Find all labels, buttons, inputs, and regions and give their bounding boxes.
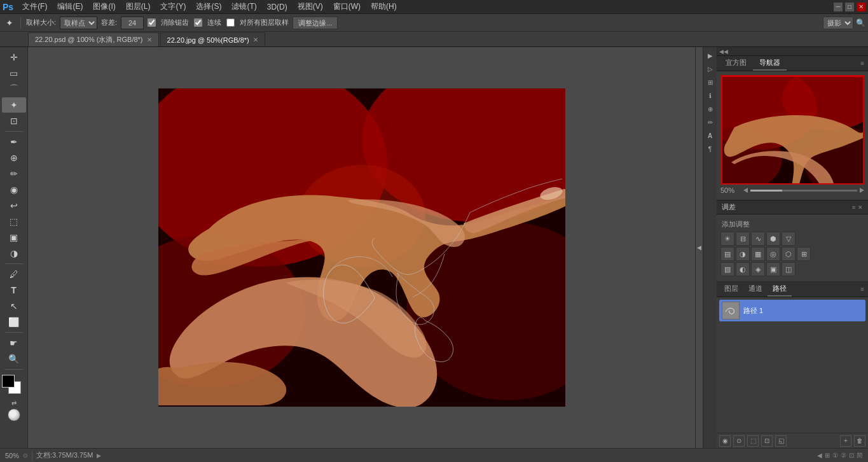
bottom-icon-1[interactable]: ① [832, 452, 838, 459]
path-item[interactable]: 路径 1 [719, 300, 865, 321]
adj-posterize-icon[interactable]: ◐ [736, 262, 750, 276]
move-tool-btn[interactable]: ✛ [2, 50, 26, 65]
tab-psd[interactable]: 22.20.psd @ 100% (水滴, RGB/8*) ✕ [28, 32, 159, 46]
path-stroke-btn[interactable]: ⊙ [733, 435, 745, 447]
adjustments-close-icon[interactable]: ✕ [858, 204, 863, 211]
zoom-triangle-left[interactable] [743, 188, 748, 193]
channels-tab[interactable]: 通道 [743, 282, 768, 297]
window-close-btn[interactable]: ✕ [857, 3, 865, 11]
adj-exposure-icon[interactable]: ⬢ [766, 232, 780, 246]
bottom-icon-lang[interactable]: 简 [857, 451, 863, 460]
adjustments-expand-icon[interactable]: ≡ [852, 204, 855, 211]
history-brush-btn[interactable]: ↩ [2, 198, 26, 213]
bottom-icon-2[interactable]: ② [841, 452, 846, 459]
menu-image[interactable]: 图像(I) [88, 0, 120, 13]
menu-window[interactable]: 窗口(W) [328, 0, 366, 13]
menu-file[interactable]: 文件(F) [17, 0, 52, 13]
status-expand-btn[interactable]: ▶ [97, 452, 101, 459]
adj-photofilter-icon[interactable]: ◎ [766, 247, 780, 261]
adjustments-header[interactable]: 调差 ≡ ✕ [717, 200, 868, 214]
menu-edit[interactable]: 编辑(E) [52, 0, 88, 13]
foreground-color-chip[interactable] [2, 375, 15, 388]
panel-icon-paragraph[interactable]: ¶ [705, 143, 716, 155]
histogram-tab[interactable]: 宜方图 [719, 56, 753, 71]
crop-tool-btn[interactable]: ⊡ [2, 113, 26, 129]
eraser-tool-btn[interactable]: ⬚ [2, 214, 26, 229]
stamp-tool-btn[interactable]: ◉ [2, 182, 26, 197]
panel-icon-grid[interactable]: ⊞ [705, 76, 716, 88]
adj-selectivecolor-icon[interactable]: ◫ [782, 262, 796, 276]
refine-edge-button[interactable]: 调整边缘... [293, 17, 338, 29]
magic-wand-icon[interactable]: ✦ [3, 16, 17, 30]
panel-icon-brush[interactable]: ✏ [705, 116, 716, 128]
status-zoom-icon[interactable]: ⊙ [23, 452, 28, 459]
adj-colorbalance-icon[interactable]: ◑ [736, 247, 750, 261]
panel-icon-play[interactable]: ▷ [705, 63, 716, 74]
adj-threshold-icon[interactable]: ◈ [751, 262, 765, 276]
tolerance-input[interactable] [121, 17, 144, 29]
contiguous-checkbox[interactable] [194, 18, 202, 27]
tab-jpg[interactable]: 22.20.jpg @ 50%(RGB/8*) ✕ [160, 32, 265, 46]
path-select-btn[interactable]: ↖ [2, 298, 26, 314]
workspace-search-icon[interactable]: 🔍 [856, 18, 865, 27]
panel-icon-text[interactable]: A [705, 130, 716, 141]
type-tool-btn[interactable]: T [2, 283, 26, 298]
dodge-tool-btn[interactable]: ◑ [2, 246, 26, 261]
adj-vibrance-icon[interactable]: ▽ [782, 232, 796, 246]
menu-text[interactable]: 文字(Y) [155, 0, 191, 13]
shape-tool-btn[interactable]: ⬜ [2, 314, 26, 330]
swap-colors-btn[interactable]: ⇄ [11, 400, 17, 407]
menu-filter[interactable]: 滤镜(T) [226, 0, 261, 13]
hand-tool-btn[interactable]: ☛ [2, 335, 26, 351]
pen-tool-btn[interactable]: 🖊 [2, 267, 26, 282]
eyedropper-tool-btn[interactable]: ✒ [2, 134, 26, 150]
marquee-tool-btn[interactable]: ▭ [2, 66, 26, 81]
adj-invert-icon[interactable]: ▧ [720, 262, 734, 276]
tab-jpg-close[interactable]: ✕ [253, 36, 258, 43]
quick-mask-btn[interactable] [8, 409, 20, 421]
menu-select[interactable]: 选择(S) [191, 0, 226, 13]
all-layers-checkbox[interactable] [226, 18, 235, 27]
quick-select-tool-btn[interactable]: ✦ [2, 97, 26, 113]
layers-panel-options-btn[interactable]: ≡ [859, 284, 865, 294]
zoom-slider[interactable] [750, 190, 857, 192]
adj-curves-icon[interactable]: ∿ [751, 232, 765, 246]
adj-hsl-icon[interactable]: ▤ [720, 247, 734, 261]
menu-3d[interactable]: 3D(D) [262, 1, 293, 13]
menu-view[interactable]: 视图(V) [293, 0, 328, 13]
panel-icon-3d[interactable]: ⊕ [705, 103, 716, 115]
add-mask-btn[interactable]: ◱ [775, 435, 787, 447]
zoom-tool-btn[interactable]: 🔍 [2, 351, 26, 367]
window-minimize-btn[interactable]: ─ [834, 3, 843, 11]
layers-tab[interactable]: 图层 [719, 282, 743, 297]
bottom-icon-grid[interactable]: ⊞ [825, 452, 830, 459]
bottom-icon-3[interactable]: ⊡ [849, 452, 854, 459]
adj-bw-icon[interactable]: ▦ [751, 247, 765, 261]
selection-to-path-btn[interactable]: ⊡ [761, 435, 773, 447]
adj-colorlookup-icon[interactable]: ⊞ [797, 247, 811, 261]
panel-icon-arrow[interactable]: ▶ [705, 50, 716, 61]
tab-psd-close[interactable]: ✕ [147, 36, 152, 43]
path-fill-btn[interactable]: ◉ [719, 435, 731, 447]
adj-levels-icon[interactable]: ⊟ [736, 232, 750, 246]
workspace-select[interactable]: 摄影 [823, 17, 853, 29]
panel-options-btn[interactable]: ≡ [859, 59, 865, 68]
adj-channelmix-icon[interactable]: ⬡ [782, 247, 796, 261]
panel-icon-info[interactable]: ℹ [705, 90, 716, 101]
brush-tool-btn[interactable]: ✏ [2, 166, 26, 181]
delete-path-btn[interactable]: 🗑 [854, 435, 865, 447]
adj-brightness-icon[interactable]: ☀ [720, 232, 734, 246]
panel-collapse-btn[interactable]: ◀ [695, 47, 703, 448]
menu-help[interactable]: 帮助(H) [366, 0, 402, 13]
paths-tab[interactable]: 路径 [768, 282, 792, 297]
bottom-icon-arrow[interactable]: ◀ [817, 452, 822, 459]
healing-tool-btn[interactable]: ⊕ [2, 150, 26, 165]
lasso-tool-btn[interactable]: ⌒ [2, 81, 26, 97]
panel-expand-bar[interactable]: ◀◀ [717, 47, 868, 56]
anti-alias-checkbox[interactable] [148, 18, 156, 27]
navigator-tab[interactable]: 导航器 [753, 56, 787, 71]
gradient-tool-btn[interactable]: ▣ [2, 230, 26, 245]
sample-size-select[interactable]: 取样点 [60, 17, 97, 29]
new-path-btn[interactable]: + [840, 435, 851, 447]
path-to-selection-btn[interactable]: ⬚ [747, 435, 759, 447]
